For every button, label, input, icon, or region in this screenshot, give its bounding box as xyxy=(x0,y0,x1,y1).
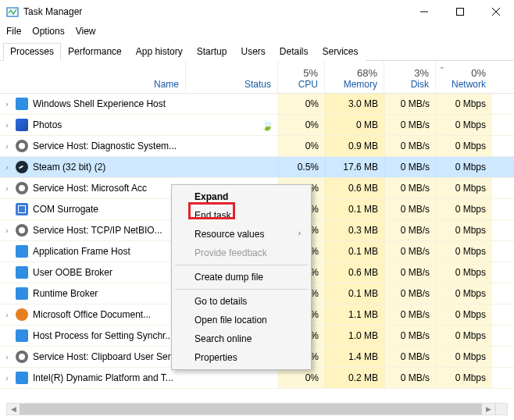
context-menu-item[interactable]: Properties xyxy=(174,348,309,367)
process-network: 0 Mbps xyxy=(436,241,492,262)
expand-toggle-icon[interactable]: › xyxy=(0,374,14,383)
column-name[interactable]: Name xyxy=(0,61,186,93)
close-button[interactable] xyxy=(478,0,514,23)
context-menu-item[interactable]: End task xyxy=(174,206,309,225)
process-row[interactable]: ›Intel(R) Dynamic Platform and T...0%0.2… xyxy=(0,368,514,389)
menu-separator xyxy=(175,289,308,290)
title-bar: Task Manager xyxy=(0,0,514,23)
process-name: Host Process for Setting Synchr... xyxy=(30,330,186,341)
process-name: Service Host: TCP/IP NetBIO... xyxy=(30,225,186,236)
column-status[interactable]: Status xyxy=(186,61,278,93)
menu-separator xyxy=(175,265,308,265)
process-icon xyxy=(14,98,30,110)
process-cpu: 0% xyxy=(278,115,325,135)
process-cpu: 0.5% xyxy=(278,157,325,177)
process-cpu: 0% xyxy=(278,94,325,114)
expand-toggle-icon[interactable]: › xyxy=(0,184,14,193)
process-memory: 1.0 MB xyxy=(325,326,384,346)
tab-performance[interactable]: Performance xyxy=(61,43,129,61)
minimize-button[interactable] xyxy=(406,0,442,23)
process-cpu: 0% xyxy=(278,136,325,156)
context-menu-item[interactable]: Create dump file xyxy=(174,268,309,287)
process-memory: 1.1 MB xyxy=(325,304,384,325)
leaf-icon: 🍃 xyxy=(261,119,273,131)
column-memory[interactable]: 68%Memory xyxy=(325,61,384,93)
process-name: Service Host: Diagnostic System... xyxy=(30,141,186,151)
process-row[interactable]: ›Photos🍃0%0 MB0 MB/s0 Mbps xyxy=(0,115,514,136)
process-network: 0 Mbps xyxy=(436,304,492,325)
process-disk: 0 MB/s xyxy=(384,220,436,240)
process-disk: 0 MB/s xyxy=(384,157,436,177)
process-memory: 0.1 MB xyxy=(325,199,384,219)
process-disk: 0 MB/s xyxy=(384,368,436,388)
process-icon xyxy=(14,245,30,258)
tab-services[interactable]: Services xyxy=(316,43,366,61)
context-menu-item[interactable]: Search online xyxy=(174,329,309,348)
tab-bar: Processes Performance App history Startu… xyxy=(0,42,514,61)
tab-users[interactable]: Users xyxy=(234,43,272,61)
process-name: Photos xyxy=(30,119,186,130)
menu-view[interactable]: View xyxy=(76,26,96,37)
process-disk: 0 MB/s xyxy=(384,347,436,367)
tab-app-history[interactable]: App history xyxy=(129,43,190,61)
process-name: Service Host: Clipboard User Ser... xyxy=(30,351,186,362)
tab-startup[interactable]: Startup xyxy=(190,43,234,61)
process-memory: 0.1 MB xyxy=(325,283,384,304)
column-disk[interactable]: 3%Disk xyxy=(384,61,436,93)
context-menu-item[interactable]: Expand xyxy=(174,187,309,206)
process-disk: 0 MB/s xyxy=(384,241,436,262)
expand-toggle-icon[interactable]: › xyxy=(0,311,14,319)
process-icon xyxy=(14,224,30,237)
process-disk: 0 MB/s xyxy=(384,326,436,346)
menu-options[interactable]: Options xyxy=(32,26,64,37)
process-network: 0 Mbps xyxy=(436,94,492,114)
svg-rect-2 xyxy=(457,9,464,16)
process-network: 0 Mbps xyxy=(436,262,492,283)
context-menu-item[interactable]: Open file location xyxy=(174,311,309,329)
process-network: 0 Mbps xyxy=(436,157,492,177)
column-network[interactable]: ⌄0%Network xyxy=(436,61,492,93)
context-menu: ExpandEnd taskResource values›Provide fe… xyxy=(171,184,312,370)
expand-toggle-icon[interactable]: › xyxy=(0,121,14,130)
scroll-thumb[interactable] xyxy=(20,404,482,415)
process-icon xyxy=(14,329,30,342)
task-manager-icon xyxy=(6,5,19,18)
tab-processes[interactable]: Processes xyxy=(3,43,61,61)
horizontal-scrollbar[interactable]: ◀ ▶ xyxy=(6,403,495,415)
maximize-button[interactable] xyxy=(442,0,478,23)
process-row[interactable]: ›Windows Shell Experience Host0%3.0 MB0 … xyxy=(0,94,514,115)
process-network: 0 Mbps xyxy=(436,178,492,198)
menu-file[interactable]: File xyxy=(6,26,21,37)
column-cpu[interactable]: 5%CPU xyxy=(278,61,325,93)
process-icon xyxy=(14,372,30,384)
process-name: User OOBE Broker xyxy=(30,267,186,278)
process-network: 0 Mbps xyxy=(436,220,492,240)
expand-toggle-icon[interactable]: › xyxy=(0,226,14,235)
process-icon xyxy=(14,287,30,300)
context-menu-item[interactable]: Resource values› xyxy=(174,225,309,244)
expand-toggle-icon[interactable]: › xyxy=(0,163,14,172)
expand-toggle-icon[interactable]: › xyxy=(0,353,14,361)
expand-toggle-icon[interactable]: › xyxy=(0,100,14,109)
process-network: 0 Mbps xyxy=(436,136,492,156)
process-name: Steam (32 bit) (2) xyxy=(30,162,186,173)
scroll-right-icon[interactable]: ▶ xyxy=(482,404,494,415)
process-disk: 0 MB/s xyxy=(384,115,436,135)
scroll-left-icon[interactable]: ◀ xyxy=(7,404,20,415)
process-disk: 0 MB/s xyxy=(384,304,436,325)
process-icon xyxy=(14,308,30,321)
process-name: Intel(R) Dynamic Platform and T... xyxy=(30,372,186,383)
menu-bar: File Options View xyxy=(0,23,514,39)
process-disk: 0 MB/s xyxy=(384,94,436,114)
context-menu-item[interactable]: Go to details xyxy=(174,292,309,311)
process-memory: 0.6 MB xyxy=(325,262,384,283)
process-icon xyxy=(14,266,30,279)
process-cpu: 0% xyxy=(278,368,325,388)
sort-indicator-icon: ⌄ xyxy=(439,62,445,70)
tab-details[interactable]: Details xyxy=(273,43,316,61)
process-row[interactable]: ›Service Host: Diagnostic System...0%0.9… xyxy=(0,136,514,157)
process-row[interactable]: ›Steam (32 bit) (2)0.5%17.6 MB0 MB/s0 Mb… xyxy=(0,157,514,178)
process-disk: 0 MB/s xyxy=(384,262,436,283)
expand-toggle-icon[interactable]: › xyxy=(0,142,14,151)
process-name: Windows Shell Experience Host xyxy=(30,98,186,109)
